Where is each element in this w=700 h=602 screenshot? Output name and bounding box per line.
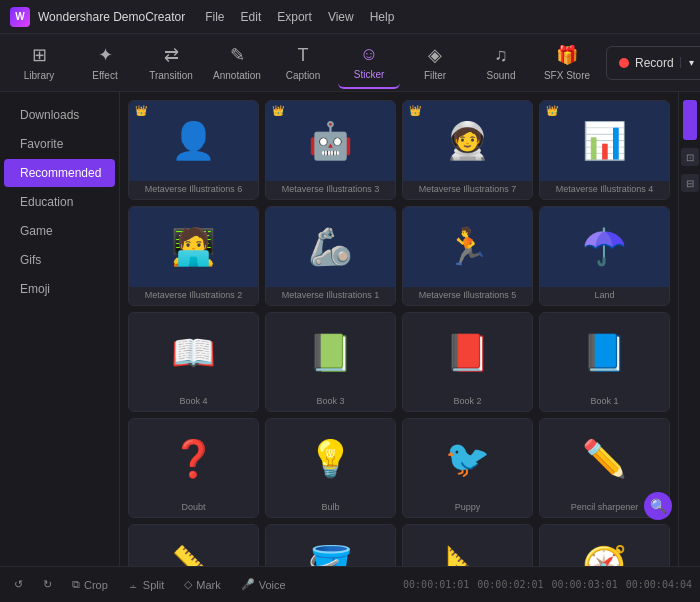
toolbar-caption-label: Caption bbox=[286, 70, 320, 81]
undo-button[interactable]: ↺ bbox=[8, 575, 29, 594]
sticker-label: Book 3 bbox=[266, 393, 395, 411]
sticker-item[interactable]: 🪣 Pen container bbox=[265, 524, 396, 566]
sidebar-item-emoji[interactable]: Emoji bbox=[4, 275, 115, 303]
sticker-item[interactable]: 🧑‍💻 Metaverse Illustrations 2 bbox=[128, 206, 259, 306]
toolbar-sound-label: Sound bbox=[487, 70, 516, 81]
sticker-label: Metaverse Illustrations 4 bbox=[540, 181, 669, 199]
sticker-label: Metaverse Illustrations 1 bbox=[266, 287, 395, 305]
toolbar-sound[interactable]: ♫ Sound bbox=[470, 37, 532, 89]
sticker-item[interactable]: ❓ Doubt bbox=[128, 418, 259, 518]
toolbar: ⊞ Library ✦ Effect ⇄ Transition ✎ Annota… bbox=[0, 34, 700, 92]
sticker-item[interactable]: 🧭 Compasses bbox=[539, 524, 670, 566]
sticker-thumbnail: 📘 bbox=[540, 313, 669, 393]
sidebar-item-recommended[interactable]: Recommended bbox=[4, 159, 115, 187]
split-button[interactable]: ⫠ Split bbox=[122, 576, 170, 594]
sticker-thumbnail: 📐 bbox=[403, 525, 532, 566]
sticker-item[interactable]: 👑 👤 Metaverse Illustrations 6 bbox=[128, 100, 259, 200]
sticker-item[interactable]: 📐 Ruler bbox=[402, 524, 533, 566]
toolbar-library[interactable]: ⊞ Library bbox=[8, 37, 70, 89]
sticker-label: Metaverse Illustrations 7 bbox=[403, 181, 532, 199]
sticker-item[interactable]: 💡 Bulb bbox=[265, 418, 396, 518]
redo-button[interactable]: ↻ bbox=[37, 575, 58, 594]
sticker-item[interactable]: ☂️ Land bbox=[539, 206, 670, 306]
crop-button[interactable]: ⧉ Crop bbox=[66, 575, 114, 594]
sticker-item[interactable]: 👑 🧑‍🚀 Metaverse Illustrations 7 bbox=[402, 100, 533, 200]
sticker-item[interactable]: 📗 Book 3 bbox=[265, 312, 396, 412]
menu-file[interactable]: File bbox=[205, 10, 224, 24]
sticker-emoji: 📕 bbox=[445, 332, 490, 374]
sticker-thumbnail: 📗 bbox=[266, 313, 395, 393]
menu-edit[interactable]: Edit bbox=[241, 10, 262, 24]
main-content: Downloads Favorite Recommended Education… bbox=[0, 92, 700, 566]
annotation-icon: ✎ bbox=[230, 44, 245, 66]
toolbar-effect-label: Effect bbox=[92, 70, 117, 81]
sticker-thumbnail: 🦾 bbox=[266, 207, 395, 287]
sticker-item[interactable]: 📏 Tape measure bbox=[128, 524, 259, 566]
toolbar-annotation[interactable]: ✎ Annotation bbox=[206, 37, 268, 89]
sticker-item[interactable]: 🏃 Metaverse Illustrations 5 bbox=[402, 206, 533, 306]
toolbar-transition-label: Transition bbox=[149, 70, 193, 81]
voice-button[interactable]: 🎤 Voice bbox=[235, 575, 292, 594]
toolbar-filter-label: Filter bbox=[424, 70, 446, 81]
menu-help[interactable]: Help bbox=[370, 10, 395, 24]
sound-icon: ♫ bbox=[494, 45, 508, 66]
sticker-item[interactable]: 🐦 Puppy bbox=[402, 418, 533, 518]
toolbar-filter[interactable]: ◈ Filter bbox=[404, 37, 466, 89]
sticker-item[interactable]: 👑 📊 Metaverse Illustrations 4 bbox=[539, 100, 670, 200]
sticker-thumbnail: 🧭 bbox=[540, 525, 669, 566]
sidebar-item-downloads[interactable]: Downloads bbox=[4, 101, 115, 129]
sticker-label: Puppy bbox=[403, 499, 532, 517]
sticker-thumbnail: 📖 bbox=[129, 313, 258, 393]
sticker-item[interactable]: 🦾 Metaverse Illustrations 1 bbox=[265, 206, 396, 306]
toolbar-sticker[interactable]: ☺ Sticker bbox=[338, 37, 400, 89]
toolbar-effect[interactable]: ✦ Effect bbox=[74, 37, 136, 89]
voice-icon: 🎤 bbox=[241, 578, 255, 591]
right-bottom-btn[interactable]: ⊟ bbox=[681, 174, 699, 192]
sticker-emoji: ☂️ bbox=[582, 226, 627, 268]
sticker-label: Metaverse Illustrations 5 bbox=[403, 287, 532, 305]
sticker-thumbnail: 💡 bbox=[266, 419, 395, 499]
sticker-label: Metaverse Illustrations 2 bbox=[129, 287, 258, 305]
sidebar-item-gifs[interactable]: Gifs bbox=[4, 246, 115, 274]
toolbar-caption[interactable]: T Caption bbox=[272, 37, 334, 89]
sticker-emoji: 🪣 bbox=[308, 544, 353, 566]
search-button[interactable]: 🔍 bbox=[644, 492, 672, 520]
sticker-item[interactable]: 📘 Book 1 bbox=[539, 312, 670, 412]
sidebar-item-education[interactable]: Education bbox=[4, 188, 115, 216]
sticker-item[interactable]: 📕 Book 2 bbox=[402, 312, 533, 412]
menu-export[interactable]: Export bbox=[277, 10, 312, 24]
sticker-thumbnail: ❓ bbox=[129, 419, 258, 499]
right-top-btn[interactable]: ⊡ bbox=[681, 148, 699, 166]
record-button[interactable]: Record ▾ bbox=[606, 46, 700, 80]
redo-icon: ↻ bbox=[43, 578, 52, 591]
split-icon: ⫠ bbox=[128, 579, 139, 591]
sticker-label: Book 4 bbox=[129, 393, 258, 411]
timecode-4: 00:00:04:04 bbox=[626, 579, 692, 590]
sticker-label: Bulb bbox=[266, 499, 395, 517]
sticker-emoji: 📖 bbox=[171, 332, 216, 374]
app-name: Wondershare DemoCreator bbox=[38, 10, 185, 24]
mark-button[interactable]: ◇ Mark bbox=[178, 575, 226, 594]
crop-icon: ⧉ bbox=[72, 578, 80, 591]
toolbar-sfx[interactable]: 🎁 SFX Store bbox=[536, 37, 598, 89]
search-icon: 🔍 bbox=[650, 498, 667, 514]
sticker-item[interactable]: 👑 🤖 Metaverse Illustrations 3 bbox=[265, 100, 396, 200]
sticker-thumbnail: 👑 👤 bbox=[129, 101, 258, 181]
menu-view[interactable]: View bbox=[328, 10, 354, 24]
sticker-thumbnail: 👑 🧑‍🚀 bbox=[403, 101, 532, 181]
title-bar: W Wondershare DemoCreator File Edit Expo… bbox=[0, 0, 700, 34]
sidebar-item-game[interactable]: Game bbox=[4, 217, 115, 245]
toolbar-transition[interactable]: ⇄ Transition bbox=[140, 37, 202, 89]
toolbar-sfx-label: SFX Store bbox=[544, 70, 590, 81]
content-wrapper: Downloads Favorite Recommended Education… bbox=[0, 92, 700, 566]
effect-icon: ✦ bbox=[98, 44, 113, 66]
crown-icon: 👑 bbox=[546, 105, 558, 116]
sticker-item[interactable]: 📖 Book 4 bbox=[128, 312, 259, 412]
bottom-bar: ↺ ↻ ⧉ Crop ⫠ Split ◇ Mark 🎤 Voice 00:00:… bbox=[0, 566, 700, 602]
library-icon: ⊞ bbox=[32, 44, 47, 66]
sidebar-item-favorite[interactable]: Favorite bbox=[4, 130, 115, 158]
sticker-label: Book 2 bbox=[403, 393, 532, 411]
sticker-emoji: 💡 bbox=[308, 438, 353, 480]
scroll-handle[interactable] bbox=[683, 100, 697, 140]
record-label: Record bbox=[635, 56, 674, 70]
